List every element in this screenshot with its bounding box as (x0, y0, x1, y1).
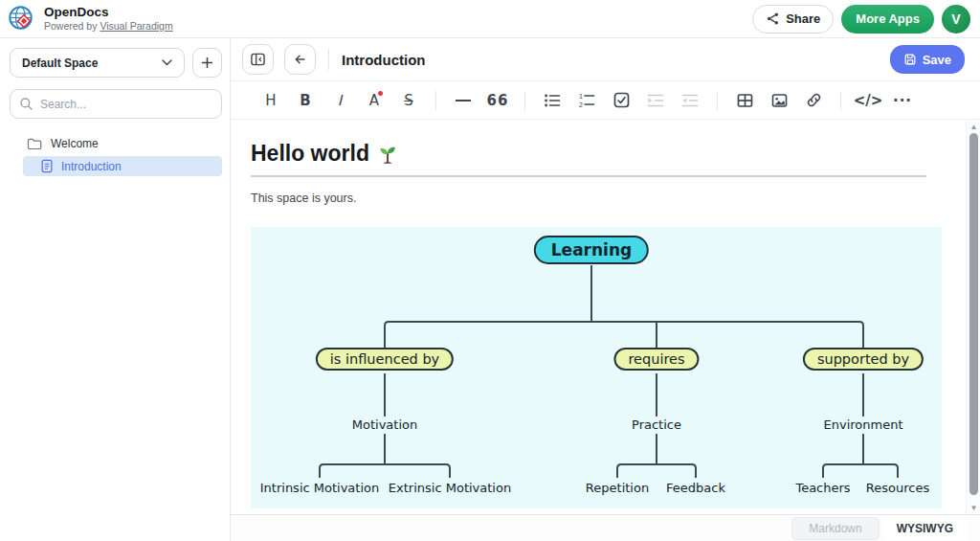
svg-text:2: 2 (579, 101, 583, 108)
node-child: Repetition (586, 481, 649, 495)
italic-button[interactable]: I (325, 87, 354, 114)
node-child: Feedback (666, 481, 725, 495)
node-child: Intrinsic Motivation (260, 481, 379, 495)
save-label: Save (923, 53, 951, 67)
tree-page-label: Introduction (61, 160, 122, 173)
powered-by: Powered by Visual Paradigm (44, 21, 173, 33)
editor-toolbar: H B I A S 66 (231, 81, 980, 120)
node-root: Learning (534, 236, 649, 264)
doc-paragraph: This space is yours. (251, 192, 942, 205)
link-icon (806, 92, 822, 108)
topbar-actions: Share More Apps V (752, 5, 970, 34)
node-concept: Practice (632, 417, 681, 432)
share-label: Share (786, 11, 820, 26)
node-child: Extrinsic Motivation (389, 481, 511, 495)
node-relation: is influenced by (316, 348, 454, 371)
panel-collapse-icon (250, 52, 266, 67)
share-button[interactable]: Share (752, 5, 834, 34)
task-checkbox-icon (613, 92, 630, 108)
powered-by-prefix: Powered by (44, 20, 100, 32)
plus-icon (201, 56, 213, 69)
text-color-button[interactable]: A (360, 87, 389, 114)
indent-button[interactable] (641, 87, 670, 114)
node-child: Resources (866, 481, 929, 495)
sidebar: Default Space (0, 38, 231, 541)
horizontal-rule-icon (456, 99, 471, 102)
visual-paradigm-link[interactable]: Visual Paradigm (100, 20, 172, 32)
markdown-mode-button[interactable]: Markdown (791, 517, 879, 540)
editor-content[interactable]: Hello world This space is yours. (231, 120, 980, 514)
back-button[interactable] (284, 44, 316, 75)
scroll-down-arrow[interactable]: ▼ (967, 501, 980, 514)
arrow-left-icon (292, 52, 308, 67)
page-tree: Welcome Introduction (0, 134, 230, 176)
space-selector-value: Default Space (22, 56, 98, 70)
tree-page-introduction[interactable]: Introduction (23, 156, 222, 176)
toolbar-separator (840, 91, 841, 110)
indent-icon (647, 93, 664, 108)
node-relation: requires (613, 348, 699, 371)
editor-mode-footer: Markdown WYSIWYG (231, 514, 980, 541)
brand: OpenDocs Powered by Visual Paradigm (44, 6, 173, 32)
wysiwyg-mode-button[interactable]: WYSIWYG (883, 517, 967, 540)
task-list-button[interactable] (607, 87, 635, 114)
table-button[interactable] (730, 87, 759, 114)
ordered-list-icon: 1 2 (578, 92, 595, 108)
space-row: Default Space (0, 48, 230, 78)
search-input[interactable] (40, 98, 212, 111)
top-bar: OpenDocs Powered by Visual Paradigm Shar… (0, 0, 980, 38)
outdent-button[interactable] (676, 87, 704, 114)
link-button[interactable] (799, 87, 828, 114)
bold-button[interactable]: B (291, 87, 320, 114)
space-selector[interactable]: Default Space (10, 48, 185, 78)
doc-heading-text: Hello world (251, 141, 369, 167)
heading-button[interactable]: H (256, 87, 285, 114)
image-button[interactable] (765, 87, 793, 114)
search-box (10, 89, 222, 119)
node-concept: Environment (823, 417, 902, 432)
app-name: OpenDocs (44, 6, 173, 20)
more-apps-button[interactable]: More Apps (841, 5, 934, 34)
bullet-list-icon (544, 93, 561, 108)
blockquote-button[interactable]: 66 (483, 87, 512, 114)
seedling-emoji (377, 144, 398, 165)
toolbar-separator (524, 91, 525, 110)
tree-folder-welcome[interactable]: Welcome (0, 134, 230, 153)
code-button[interactable]: </> (854, 87, 882, 114)
ordered-list-button[interactable]: 1 2 (572, 87, 601, 114)
doc-header: Introduction Save (231, 38, 980, 81)
toggle-sidebar-button[interactable] (242, 44, 274, 75)
concept-map-diagram[interactable]: Learning is influenced by requires suppo… (251, 227, 942, 508)
vertical-scrollbar[interactable]: ▲ ▼ (966, 120, 980, 514)
user-avatar[interactable]: V (942, 5, 970, 34)
strikethrough-button[interactable]: S (394, 87, 423, 114)
share-icon (766, 11, 780, 26)
scrollbar-thumb[interactable] (969, 133, 978, 495)
chevron-down-icon (162, 59, 172, 66)
toolbar-separator (435, 91, 436, 110)
document-icon (40, 159, 54, 173)
search-icon (19, 97, 33, 111)
doc-heading: Hello world (251, 141, 942, 167)
doc-title: Introduction (342, 52, 425, 68)
more-tools-button[interactable]: ··· (888, 87, 917, 114)
save-icon (903, 53, 917, 66)
add-space-button[interactable] (192, 48, 222, 78)
node-concept: Motivation (352, 417, 417, 432)
scroll-up-arrow[interactable]: ▲ (967, 120, 980, 133)
opendocs-logo-icon (8, 5, 36, 34)
node-relation: supported by (803, 348, 924, 371)
toolbar-separator (717, 91, 718, 110)
bullet-list-button[interactable] (538, 87, 567, 114)
image-icon (771, 93, 788, 108)
save-button[interactable]: Save (890, 45, 965, 74)
heading-rule (251, 175, 926, 177)
outdent-icon (681, 93, 699, 108)
opendocs-app: OpenDocs Powered by Visual Paradigm Shar… (0, 0, 980, 541)
horizontal-rule-button[interactable] (449, 87, 478, 114)
header-divider (328, 49, 329, 70)
tree-folder-label: Welcome (51, 137, 99, 150)
svg-text:1: 1 (579, 93, 583, 100)
folder-icon (27, 137, 42, 150)
red-dot-icon (378, 91, 383, 96)
